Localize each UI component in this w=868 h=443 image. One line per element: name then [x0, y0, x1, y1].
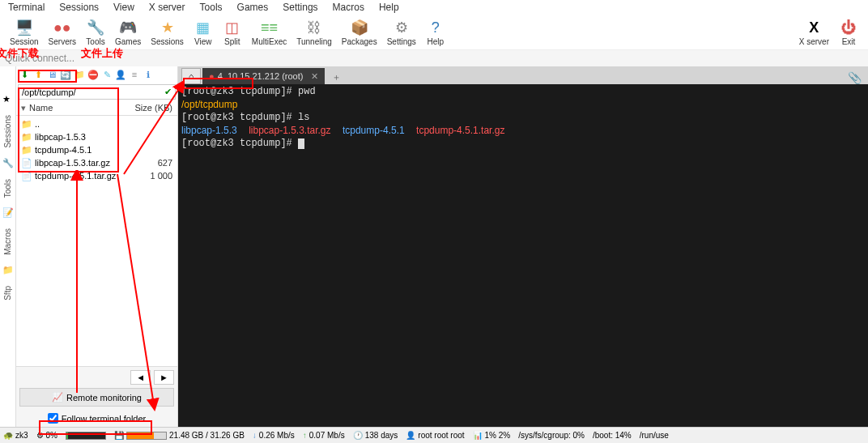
toolbar-x-server[interactable]: XX server	[794, 18, 834, 46]
toolbar-games[interactable]: 🎮Games	[110, 18, 146, 46]
sftp-tab-icon: 📁	[2, 265, 14, 276]
vtab-sftp[interactable]: Sftp	[2, 279, 14, 307]
status-user: 👤root root root	[406, 431, 464, 440]
menu-settings[interactable]: Settings	[283, 2, 317, 13]
down-arrow-icon: ↓	[253, 431, 257, 440]
chart-icon: 📊	[473, 431, 483, 440]
games-icon: 🎮	[118, 18, 138, 37]
add-tab-button[interactable]: ＋	[328, 70, 344, 84]
status-path3: /run/use	[640, 431, 669, 440]
toolbar-exit[interactable]: ⏻Exit	[834, 18, 863, 46]
session-icon: 🖥️	[15, 18, 34, 37]
sessions-tab-icon: ★	[2, 94, 14, 105]
multiexec-icon: ≡≡	[260, 18, 279, 37]
close-tab-icon[interactable]: ✕	[311, 71, 318, 82]
status-path1: /sys/fs/cgroup: 0%	[518, 431, 585, 440]
menu-view[interactable]: View	[113, 2, 134, 13]
sftp-toolbar: ⬇ ⬆ 🖥 🔄 📁 ⛔ ✎ 👤 ≡ ℹ	[16, 66, 177, 83]
folder-icon: 📁	[21, 131, 32, 143]
terminal-tabs: ⌂ ● 4. 10.15.21.212 (root) ✕ ＋ 📎	[178, 66, 868, 84]
file-row[interactable]: 📁..	[18, 117, 176, 130]
terminal-tab[interactable]: ● 4. 10.15.21.212 (root) ✕	[202, 68, 325, 84]
home-icon: ⌂	[189, 71, 194, 81]
file-row[interactable]: 📄tcpdump-4.5.1.tar.gz1 000	[18, 169, 176, 182]
scroll-left-icon[interactable]: ◄	[130, 370, 151, 385]
toolbar-tools[interactable]: 🔧Tools	[81, 18, 110, 46]
follow-terminal-checkbox[interactable]: Follow terminal folder	[19, 410, 174, 427]
file-header: ▾ Name Size (KB)	[16, 101, 177, 116]
toolbar-servers[interactable]: ●●Servers	[44, 18, 81, 46]
main-content: ★Sessions🔧Tools📝Macros📁Sftp ⬇ ⬆ 🖥 🔄 📁 ⛔ …	[0, 66, 868, 430]
annotation-upload: 文件上传	[81, 46, 123, 61]
toolbar-multiexec[interactable]: ≡≡MultiExec	[247, 18, 291, 46]
macros-tab-icon: 📝	[2, 207, 14, 219]
toolbar-settings[interactable]: ⚙Settings	[382, 18, 421, 46]
home-tab[interactable]: ⌂	[181, 68, 201, 84]
menu-sessions[interactable]: Sessions	[59, 2, 99, 13]
col-name[interactable]: Name	[29, 103, 132, 113]
scroll-right-icon[interactable]: ►	[154, 370, 174, 385]
tab-bullet-icon: ●	[209, 71, 215, 81]
col-size[interactable]: Size (KB)	[132, 103, 172, 113]
new-folder-icon[interactable]: 📁	[74, 69, 85, 80]
toolbar-view[interactable]: ▦View	[189, 18, 218, 46]
status-disk: 💾21.48 GB / 31.26 GB	[114, 431, 245, 440]
vtab-macros[interactable]: Macros	[2, 222, 14, 262]
annotation-download: 文件下载	[0, 46, 39, 61]
terminal-output[interactable]: [root@zk3 tcpdump]# pwd /opt/tcpdump [ro…	[178, 84, 868, 430]
statusbar: 🐢zk3 ⚙0% 💾21.48 GB / 31.26 GB ↓0.26 Mb/s…	[0, 427, 868, 443]
file-row[interactable]: 📁libpcap-1.5.3	[18, 130, 176, 143]
menu-tools[interactable]: Tools	[200, 2, 223, 13]
quick-connect-bar[interactable]: Quick connect... 文件下载 文件上传	[0, 50, 868, 66]
toolbar-tunneling[interactable]: ⛓Tunneling	[291, 18, 337, 46]
paperclip-icon[interactable]: 📎	[848, 71, 862, 84]
toolbar-sessions[interactable]: ★Sessions	[146, 18, 189, 46]
monitor-icon[interactable]: 🖥	[46, 69, 57, 80]
menu-x-server[interactable]: X server	[149, 2, 185, 13]
turtle-icon: 🐢	[3, 431, 13, 440]
bottom-controls: ◄ ► 📈 Remote monitoring Follow terminal …	[16, 366, 177, 430]
packages-icon: 📦	[350, 18, 369, 37]
toolbar-packages[interactable]: 📦Packages	[337, 18, 382, 46]
list-icon[interactable]: ≡	[129, 69, 140, 80]
disk-icon: 💾	[114, 431, 124, 440]
menu-games[interactable]: Games	[237, 2, 269, 13]
edit-icon[interactable]: ✎	[101, 69, 113, 80]
follow-checkbox-input[interactable]	[48, 413, 58, 424]
info-icon[interactable]: ℹ	[143, 69, 154, 80]
path-input[interactable]	[22, 87, 164, 97]
refresh-icon[interactable]: 🔄	[60, 69, 71, 80]
vtab-sessions[interactable]: Sessions	[2, 109, 14, 155]
menu-macros[interactable]: Macros	[333, 2, 364, 13]
delete-icon[interactable]: ⛔	[87, 69, 99, 80]
vertical-tabs: ★Sessions🔧Tools📝Macros📁Sftp	[0, 66, 16, 430]
tools-tab-icon: 🔧	[2, 158, 14, 169]
menu-help[interactable]: Help	[379, 2, 399, 13]
tools-icon: 🔧	[86, 18, 105, 37]
status-net-up: ↑0.07 Mb/s	[303, 431, 345, 440]
user-icon[interactable]: 👤	[115, 69, 126, 80]
vtab-tools[interactable]: Tools	[2, 173, 14, 204]
file-icon: 📄	[21, 157, 32, 168]
disk-bar	[126, 432, 167, 440]
settings-icon: ⚙	[392, 18, 411, 37]
file-row[interactable]: 📄libpcap-1.5.3.tar.gz627	[18, 156, 176, 169]
main-toolbar: 🖥️Session●●Servers🔧Tools🎮Games★Sessions▦…	[0, 15, 868, 50]
sort-icon[interactable]: ▾	[21, 103, 26, 113]
file-list: 📁..📁libpcap-1.5.3📁tcpdump-4.5.1📄libpcap-…	[16, 116, 177, 366]
monitor-wave-icon: 📈	[52, 392, 63, 403]
toolbar-split[interactable]: ◫Split	[218, 18, 247, 46]
menu-terminal[interactable]: Terminal	[8, 2, 45, 13]
up-arrow-icon: ↑	[303, 431, 307, 440]
terminal-area: ⌂ ● 4. 10.15.21.212 (root) ✕ ＋ 📎 [root@z…	[178, 66, 868, 430]
path-box[interactable]: ✔	[18, 84, 176, 100]
exit-icon: ⏻	[839, 18, 858, 37]
toolbar-help[interactable]: ?Help	[421, 18, 450, 46]
file-row[interactable]: 📁tcpdump-4.5.1	[18, 143, 176, 156]
download-icon[interactable]: ⬇	[19, 69, 30, 80]
sessions-icon: ★	[158, 18, 177, 37]
toolbar-session[interactable]: 🖥️Session	[5, 18, 44, 46]
sftp-panel: ⬇ ⬆ 🖥 🔄 📁 ⛔ ✎ 👤 ≡ ℹ ✔ ▾ Name Size (KB) 📁…	[16, 66, 178, 430]
upload-icon[interactable]: ⬆	[32, 69, 44, 80]
remote-monitoring-button[interactable]: 📈 Remote monitoring	[19, 388, 174, 407]
